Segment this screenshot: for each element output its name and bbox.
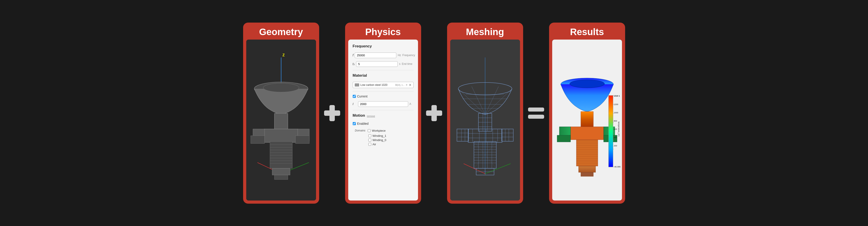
plus-operator-2 — [425, 104, 443, 122]
motion-remove-link[interactable]: remove — [367, 115, 375, 117]
plus-icon-2 — [426, 105, 442, 121]
ampere-unit: A — [409, 102, 413, 105]
domain-winding1-label: Winding_1 — [373, 134, 386, 137]
motion-enabled-row: Enabled — [353, 122, 369, 125]
domain-air-label: Air — [373, 142, 376, 146]
material-swatch — [355, 84, 359, 87]
domain-winding1-item: Winding_1 — [368, 134, 413, 138]
meshing-svg — [450, 39, 520, 200]
domain-winding0-item: Winding_0 — [368, 138, 413, 142]
svg-rect-83 — [581, 111, 593, 128]
domain-workpiece-checkbox[interactable] — [368, 129, 371, 132]
geometry-image-area: Z — [246, 39, 316, 200]
equals-bar-top — [528, 107, 544, 111]
physics-card: Physics Frequency f Hz Frequency t₁ s En… — [345, 23, 421, 204]
motion-enabled-label: Enabled — [357, 122, 369, 125]
domain-workpiece-item: Workpiece — [368, 129, 385, 133]
domain-winding1-checkbox[interactable] — [368, 134, 371, 137]
domain-air-checkbox[interactable] — [368, 143, 371, 146]
material-row[interactable]: Low carbon steel 1020 B(H), t... > ✕ — [353, 82, 413, 88]
svg-rect-101 — [579, 166, 596, 172]
svg-rect-87 — [557, 135, 570, 142]
plus-icon-1 — [324, 105, 340, 121]
svg-text:1000: 1000 — [614, 111, 618, 114]
meshing-title: Meshing — [447, 23, 523, 39]
svg-rect-13 — [296, 136, 309, 143]
svg-rect-11 — [251, 136, 265, 143]
geometry-card: Geometry Z — [243, 23, 319, 204]
domain-winding0-label: Winding_0 — [373, 138, 386, 142]
domain-winding0-checkbox[interactable] — [368, 138, 371, 141]
plus-operator-1 — [323, 104, 341, 122]
frequency-f-row: f Hz Frequency — [353, 53, 413, 58]
current-checkbox[interactable] — [353, 95, 356, 98]
svg-rect-102 — [581, 172, 593, 176]
equals-icon — [528, 105, 544, 121]
svg-rect-84 — [570, 127, 603, 140]
meshing-image-area — [450, 39, 520, 200]
svg-rect-14 — [270, 141, 292, 168]
svg-text:Z: Z — [282, 53, 285, 57]
end-time-input[interactable] — [356, 61, 398, 67]
meshing-card: Meshing — [447, 23, 523, 204]
svg-text:1200: 1200 — [614, 103, 618, 105]
svg-text:400: 400 — [614, 136, 617, 138]
physics-form-area: Frequency f Hz Frequency t₁ s End time M… — [348, 39, 418, 200]
motion-header: Motion remove — [353, 113, 375, 119]
svg-text:-46.086: -46.086 — [614, 166, 621, 168]
svg-text:600: 600 — [614, 128, 617, 130]
workflow-container: Geometry Z — [239, 18, 629, 208]
current-checkbox-row: Current — [353, 95, 368, 98]
frequency-unit-label: Frequency — [402, 54, 415, 57]
material-close-icon[interactable]: ✕ — [409, 83, 411, 87]
results-title: Results — [549, 23, 625, 39]
material-name: Low carbon steel 1020 — [361, 84, 394, 87]
results-card: Results — [549, 23, 625, 204]
svg-text:temperature_(C): temperature_(C) — [618, 121, 620, 136]
hz-unit: Hz — [398, 54, 401, 57]
svg-point-82 — [570, 80, 604, 88]
frequency-f-input[interactable] — [355, 53, 396, 58]
material-arrow-icon[interactable]: > — [406, 84, 407, 87]
geometry-svg: Z — [246, 39, 316, 200]
svg-text:200: 200 — [614, 144, 617, 147]
material-section-title: Material — [353, 73, 367, 78]
equals-operator — [527, 104, 545, 122]
current-label: Current — [357, 95, 368, 98]
results-svg: 1310 1 1200 1000 800 600 400 200 -46.086… — [552, 39, 622, 200]
svg-rect-9 — [264, 129, 298, 142]
svg-text:1310 1: 1310 1 — [614, 95, 620, 97]
t1-variable-label: t₁ — [353, 62, 355, 66]
motion-enabled-checkbox[interactable] — [353, 122, 356, 125]
frequency-t1-row: t₁ s End time — [353, 61, 413, 67]
svg-rect-8 — [274, 113, 288, 131]
svg-rect-103 — [609, 95, 613, 167]
current-i-input[interactable] — [358, 101, 408, 107]
domains-section: Domains Workpiece Winding_1 Winding_0 — [353, 129, 413, 147]
domain-workpiece-label: Workpiece — [372, 129, 385, 132]
geometry-title: Geometry — [243, 23, 319, 39]
end-time-label: End time — [402, 62, 414, 65]
f-variable-label: f — [353, 54, 353, 57]
current-i-row: I A — [353, 101, 413, 107]
frequency-section-title: Frequency — [353, 44, 372, 49]
results-image-area: 1310 1 1200 1000 800 600 400 200 -46.086… — [552, 39, 622, 200]
svg-text:800: 800 — [614, 120, 617, 122]
svg-rect-24 — [274, 175, 288, 180]
material-props: B(H), t... — [396, 84, 405, 86]
physics-title: Physics — [345, 23, 421, 39]
domain-air-item: Air — [368, 142, 413, 147]
equals-bar-bottom — [528, 115, 544, 119]
svg-rect-23 — [272, 168, 290, 175]
domains-label: Domains — [355, 129, 366, 132]
svg-point-7 — [263, 83, 299, 92]
domains-header-row: Domains Workpiece — [355, 129, 413, 133]
motion-section-title: Motion — [353, 113, 365, 118]
i-variable-label: I — [353, 102, 357, 106]
seconds-unit: s — [399, 62, 400, 65]
